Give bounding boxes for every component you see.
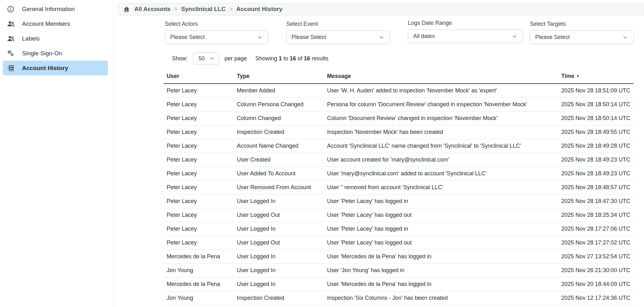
sidebar-item-account-history[interactable]: Account History	[3, 61, 108, 75]
cell-user: Peter Lacey	[164, 84, 234, 97]
cell-message: Persona for column 'Document Review' cha…	[324, 97, 558, 111]
cell-time: 2025 Nov 28 18:50:14 UTC	[558, 111, 634, 125]
table-row: Mercedes de la PenaUser Logged InUser 'M…	[164, 249, 634, 263]
column-header-user[interactable]: User	[164, 73, 234, 84]
cell-message: Column 'Document Review' changed in insp…	[324, 111, 558, 125]
history-list-icon	[7, 64, 15, 72]
select-targets-select[interactable]: Please Select	[530, 30, 634, 44]
table-row: Peter LaceyUser Logged OutUser 'Peter La…	[164, 236, 634, 249]
cell-time: 2025 Nov 20 18:44:09 UTC	[558, 277, 634, 291]
sidebar-item-labels[interactable]: Labels	[3, 31, 108, 46]
select-actors-value: Please Select	[170, 34, 257, 41]
cell-message: User 'W. H. Auden' added to inspection '…	[324, 84, 558, 97]
cell-time: 2025 Nov 28 18:49:23 UTC	[558, 167, 634, 180]
cell-time: 2025 Nov 28 17:27:02 UTC	[558, 236, 634, 249]
sidebar-item-label: Labels	[22, 35, 40, 42]
select-event-select[interactable]: Please Select	[286, 30, 390, 44]
cell-type: User Logged In	[234, 277, 324, 291]
per-page-label: per page	[225, 55, 247, 62]
cell-user: Peter Lacey	[164, 125, 234, 139]
breadcrumb-separator: >	[175, 6, 177, 13]
select-event-label: Select Event	[286, 21, 390, 27]
logs-date-range-label: Logs Date Range	[408, 20, 523, 26]
column-header-time[interactable]: Time▼	[558, 73, 634, 84]
table-row: Peter LaceyMember AddedUser 'W. H. Auden…	[164, 84, 634, 97]
filters-row: Select ActorsPlease SelectSelect EventPl…	[114, 21, 644, 43]
cell-message: User 'Mercedes de la Pena' has logged in	[324, 277, 558, 291]
cell-type: User Logged Out	[234, 208, 324, 222]
cell-message: User 'Peter Lacey' has logged out	[324, 236, 558, 249]
app-window: General InformationAccount MembersLabels…	[0, 0, 644, 307]
page-size-select[interactable]: 50	[193, 52, 219, 65]
table-body: Peter LaceyMember AddedUser 'W. H. Auden…	[164, 84, 634, 305]
cell-message: User 'Peter Lacey' has logged in	[324, 222, 558, 236]
sidebar-item-label: Account History	[22, 65, 68, 72]
breadcrumb-item-all-accounts[interactable]: All Accounts	[134, 6, 170, 13]
cell-user: Mercedes de la Pena	[164, 277, 234, 291]
logs-date-range-filter: Logs Date RangeAll dates	[408, 20, 523, 43]
cell-message: User 'mary@synclinical.com' added to acc…	[324, 167, 558, 180]
cell-type: Member Added	[234, 84, 324, 97]
cell-time: 2025 Nov 12 17:24:36 UTC	[558, 291, 634, 305]
breadcrumb-item-synclinical-llc[interactable]: Synclinical LLC	[181, 6, 225, 13]
table-row: Mercedes de la PenaUser Logged InUser 'M…	[164, 277, 634, 291]
select-event-filter: Select EventPlease Select	[286, 21, 390, 44]
cell-message: Inspection 'November Mock' has been crea…	[324, 125, 558, 139]
cell-user: Jon Young	[164, 263, 234, 277]
table-row: Peter LaceyUser Logged InUser 'Peter Lac…	[164, 194, 634, 208]
chevron-down-icon	[378, 34, 385, 41]
cell-message: User '' removed from account 'Synclinica…	[324, 180, 558, 194]
sort-descending-icon: ▼	[576, 74, 580, 78]
breadcrumb: All Accounts>Synclinical LLC>Account His…	[117, 3, 644, 15]
cell-time: 2025 Nov 27 13:52:54 UTC	[558, 249, 634, 263]
cell-message: User 'Jon Young' has logged in	[324, 263, 558, 277]
cell-user: Peter Lacey	[164, 111, 234, 125]
cell-type: User Added To Account	[234, 167, 324, 180]
cell-time: 2025 Nov 28 18:48:57 UTC	[558, 180, 634, 194]
select-actors-select[interactable]: Please Select	[165, 30, 268, 44]
cell-type: Column Persona Changed	[234, 97, 324, 111]
chevron-down-icon	[622, 34, 628, 41]
table-row: Peter LaceyAccount Name ChangedAccount '…	[164, 139, 634, 153]
cell-time: 2025 Nov 28 18:49:23 UTC	[558, 153, 634, 167]
cell-user: Peter Lacey	[164, 153, 234, 167]
cell-type: User Logged Out	[234, 236, 324, 249]
home-icon[interactable]	[123, 6, 130, 13]
table-header-row: UserTypeMessageTime▼	[164, 73, 634, 84]
cell-type: Inspection Created	[234, 125, 324, 139]
members-icon	[7, 20, 15, 28]
cell-message: User 'Peter Lacey' has logged out	[324, 208, 558, 222]
cell-user: Peter Lacey	[164, 194, 234, 208]
history-table-container: UserTypeMessageTime▼ Peter LaceyMember A…	[164, 73, 634, 305]
sso-gears-icon	[7, 49, 15, 58]
table-row: Peter LaceyUser Added To AccountUser 'ma…	[164, 167, 634, 180]
chevron-down-icon	[209, 55, 215, 62]
breadcrumb-item-account-history[interactable]: Account History	[236, 6, 282, 13]
cell-user: Mercedes de la Pena	[164, 249, 234, 263]
logs-date-range-select[interactable]: All dates	[408, 30, 523, 43]
breadcrumb-separator: >	[230, 6, 232, 13]
sidebar-item-general-information[interactable]: General Information	[3, 2, 108, 16]
cell-time: 2025 Nov 28 18:51:09 UTC	[558, 84, 634, 97]
cell-type: Account Name Changed	[234, 139, 324, 153]
chevron-down-icon	[257, 34, 263, 41]
sidebar-item-single-sign-on[interactable]: Single Sign-On	[3, 46, 108, 61]
column-header-message[interactable]: Message	[324, 73, 558, 84]
cell-type: User Logged In	[234, 194, 324, 208]
cell-time: 2025 Nov 28 17:27:06 UTC	[558, 222, 634, 236]
labels-icon	[7, 35, 15, 43]
cell-time: 2025 Nov 28 18:47:30 UTC	[558, 194, 634, 208]
column-header-type[interactable]: Type	[234, 73, 324, 84]
cell-user: Peter Lacey	[164, 208, 234, 222]
table-row: Jon YoungInspection CreatedInspection 'S…	[164, 291, 634, 305]
cell-user: Peter Lacey	[164, 139, 234, 153]
cell-type: User Logged In	[234, 222, 324, 236]
sidebar-item-account-members[interactable]: Account Members	[3, 16, 108, 31]
sidebar-item-label: Single Sign-On	[22, 50, 62, 57]
sidebar-item-label: Account Members	[22, 20, 70, 27]
select-targets-value: Please Select	[535, 34, 622, 41]
sidebar-item-label: General Information	[22, 6, 75, 13]
main-content: All Accounts>Synclinical LLC>Account His…	[114, 0, 644, 307]
cell-message: User 'Peter Lacey' has logged in	[324, 194, 558, 208]
table-row: Peter LaceyUser Removed From AccountUser…	[164, 180, 634, 194]
